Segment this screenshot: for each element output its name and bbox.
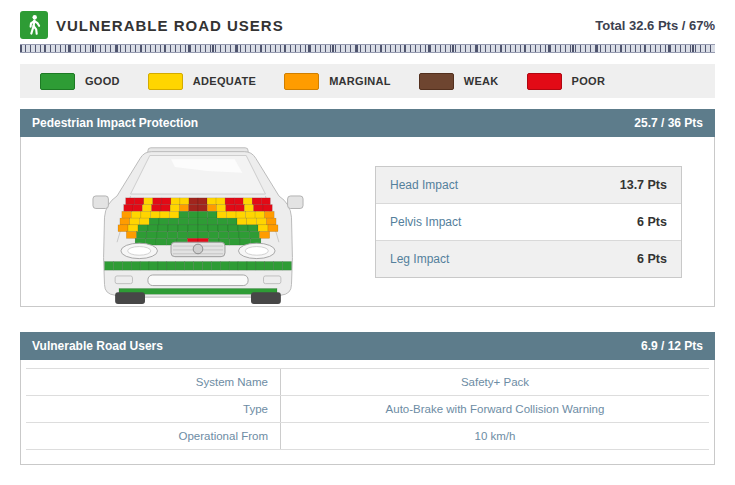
legend-label: ADEQUATE [193, 75, 256, 87]
legend-item-marginal: MARGINAL [284, 73, 391, 90]
hatched-divider [20, 44, 715, 53]
system-details-table: System Name Safety+ Pack Type Auto-Brake… [26, 368, 709, 450]
row-value: 6 Pts [637, 215, 667, 229]
row-value: 6 Pts [637, 252, 667, 266]
adequate-swatch [148, 73, 183, 90]
section-score: 25.7 / 36 Pts [634, 116, 703, 130]
legend-label: WEAK [464, 75, 499, 87]
pedestrian-impact-body: Head Impact 13.7 Pts Pelvis Impact 6 Pts… [20, 137, 715, 307]
marginal-swatch [284, 73, 319, 90]
table-row-type: Type Auto-Brake with Forward Collision W… [26, 396, 709, 423]
row-value: Safety+ Pack [281, 369, 709, 395]
section-pedestrian-impact: Pedestrian Impact Protection 25.7 / 36 P… [20, 109, 715, 307]
section-title: Pedestrian Impact Protection [32, 116, 198, 130]
row-label: Type [26, 396, 281, 422]
section-title: Vulnerable Road Users [32, 339, 163, 353]
car-impact-diagram [21, 138, 375, 306]
section-header-pedestrian-impact: Pedestrian Impact Protection 25.7 / 36 P… [20, 109, 715, 137]
row-value: Auto-Brake with Forward Collision Warnin… [281, 396, 709, 422]
poor-swatch [527, 73, 562, 90]
good-swatch [40, 73, 75, 90]
row-label: Operational From [26, 423, 281, 449]
table-row-system-name: System Name Safety+ Pack [26, 368, 709, 396]
table-row-leg-impact: Leg Impact 6 Pts [376, 241, 681, 277]
total-score: Total 32.6 Pts / 67% [595, 18, 715, 33]
legend-label: POOR [572, 75, 606, 87]
row-label: System Name [26, 369, 281, 395]
impact-grid [118, 197, 278, 244]
rating-legend: GOOD ADEQUATE MARGINAL WEAK POOR [20, 64, 715, 98]
vru-system-body: System Name Safety+ Pack Type Auto-Brake… [20, 360, 715, 465]
page-title: VULNERABLE ROAD USERS [56, 17, 284, 34]
weak-swatch [419, 73, 454, 90]
row-label: Leg Impact [390, 252, 449, 266]
table-row-head-impact: Head Impact 13.7 Pts [376, 167, 681, 204]
legend-item-good: GOOD [40, 73, 120, 90]
row-label: Head Impact [390, 178, 458, 192]
legend-item-poor: POOR [527, 73, 606, 90]
legend-label: MARGINAL [329, 75, 391, 87]
table-row-pelvis-impact: Pelvis Impact 6 Pts [376, 204, 681, 241]
impact-scores-table: Head Impact 13.7 Pts Pelvis Impact 6 Pts… [375, 166, 682, 278]
pedestrian-icon [20, 11, 48, 39]
row-value: 10 km/h [281, 423, 709, 449]
page-header: VULNERABLE ROAD USERS Total 32.6 Pts / 6… [20, 9, 715, 41]
legend-item-adequate: ADEQUATE [148, 73, 256, 90]
row-label: Pelvis Impact [390, 215, 461, 229]
section-vulnerable-road-users: Vulnerable Road Users 6.9 / 12 Pts Syste… [20, 332, 715, 465]
row-value: 13.7 Pts [620, 178, 667, 192]
legend-item-weak: WEAK [419, 73, 499, 90]
section-score: 6.9 / 12 Pts [641, 339, 703, 353]
table-row-operational-from: Operational From 10 km/h [26, 423, 709, 450]
vru-report-page: VULNERABLE ROAD USERS Total 32.6 Pts / 6… [0, 0, 735, 465]
section-header-vulnerable-road-users: Vulnerable Road Users 6.9 / 12 Pts [20, 332, 715, 360]
legend-label: GOOD [85, 75, 120, 87]
